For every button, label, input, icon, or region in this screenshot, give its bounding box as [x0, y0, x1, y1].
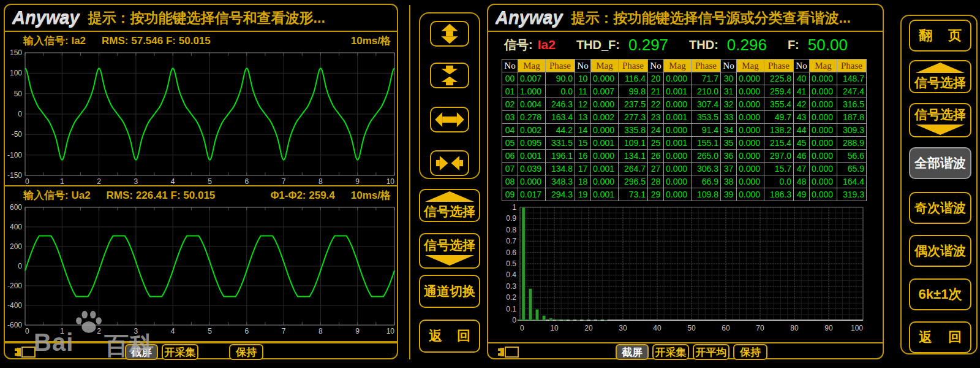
- harmonic-phase-cell: 164.4: [837, 175, 867, 188]
- harmonic-mag-cell: 0.007: [518, 72, 546, 85]
- svg-text:200: 200: [10, 242, 22, 251]
- harmonic-phase-cell: 306.3: [692, 163, 721, 175]
- harmonic-no-cell: 24: [648, 124, 664, 137]
- sixk-plus-minus-one-button[interactable]: 6k±1次: [909, 278, 971, 310]
- even-harmonics-button[interactable]: 偶次谐波: [909, 235, 971, 267]
- svg-text:7: 7: [282, 327, 286, 335]
- table-header-cell: Mag: [737, 59, 764, 72]
- harmonic-mag-cell: 0.002: [518, 124, 546, 137]
- svg-text:100: 100: [10, 69, 22, 77]
- harmonic-no-cell: 06: [502, 150, 518, 163]
- ch2-freq-label: F:: [171, 190, 181, 202]
- harmonic-phase-cell: 15.7: [764, 163, 794, 175]
- harmonic-mag-cell: 0.039: [518, 163, 546, 175]
- harmonic-mag-cell: 0.000: [737, 137, 764, 150]
- signal-select-down-button[interactable]: 信号选择: [419, 233, 480, 269]
- harmonics-signal-select-down-button[interactable]: 信号选择: [909, 103, 971, 137]
- svg-text:4: 4: [171, 177, 175, 186]
- svg-text:-200: -200: [7, 282, 22, 290]
- harmonic-no-cell: 45: [794, 137, 810, 150]
- harmonic-phase-cell: 44.2: [546, 124, 575, 137]
- all-harmonics-button[interactable]: 全部谐波: [909, 147, 971, 179]
- table-row: 000.00790.0100.000116.4200.00071.7300.00…: [502, 72, 867, 85]
- harmonic-mag-cell: 0.000: [810, 85, 837, 98]
- right-average-button[interactable]: 开平均: [693, 344, 729, 360]
- harmonic-no-cell: 38: [721, 175, 737, 188]
- harmonic-mag-cell: 0.000: [664, 163, 692, 175]
- right-start-acquire-button[interactable]: 开采集: [652, 344, 689, 360]
- harmonic-phase-cell: 355.4: [764, 98, 794, 111]
- harmonic-mag-cell: 0.007: [591, 85, 619, 98]
- harmonic-mag-cell: 0.000: [810, 137, 837, 150]
- harmonic-no-cell: 26: [648, 150, 664, 163]
- harmonic-phase-cell: 215.4: [764, 137, 794, 150]
- harmonic-phase-cell: 56.6: [837, 150, 867, 163]
- scale-expand-horizontal-button[interactable]: [430, 107, 469, 132]
- voltage-scope: 输入信号: Ua2 RMS: 226.41 F: 50.015 Φ1-Φ2: 2…: [5, 186, 397, 342]
- signal-select-up-button[interactable]: 信号选择: [419, 189, 480, 222]
- svg-text:0: 0: [18, 110, 22, 118]
- harmonic-no-cell: 13: [575, 111, 591, 124]
- left-hold-button[interactable]: 保持: [229, 344, 263, 360]
- right-hold-button[interactable]: 保持: [733, 344, 767, 360]
- harmonic-no-cell: 10: [575, 72, 591, 85]
- harmonic-no-cell: 35: [721, 137, 737, 150]
- harmonic-phase-cell: 247.4: [837, 85, 867, 98]
- harmonic-no-cell: 46: [794, 150, 810, 163]
- harmonic-mag-cell: 0.000: [737, 111, 764, 124]
- svg-text:3: 3: [134, 177, 138, 186]
- scale-compress-vertical-button[interactable]: [430, 63, 469, 88]
- harmonic-mag-cell: 0.000: [737, 98, 764, 111]
- back-button-right[interactable]: 返回: [909, 321, 971, 353]
- harmonic-no-cell: 17: [575, 163, 591, 175]
- svg-text:1: 1: [60, 177, 64, 186]
- svg-text:-600: -600: [7, 321, 22, 329]
- harmonic-mag-cell: 0.000: [591, 175, 619, 188]
- svg-text:0: 0: [520, 324, 524, 332]
- harmonic-phase-cell: 91.4: [692, 124, 721, 137]
- harmonic-mag-cell: 0.000: [664, 175, 692, 188]
- harmonic-phase-cell: 148.7: [837, 72, 867, 85]
- table-header-cell: Phase: [764, 59, 794, 72]
- table-header-cell: Mag: [518, 59, 546, 72]
- harmonic-no-cell: 44: [794, 124, 810, 137]
- signal-value: Ia2: [538, 37, 556, 52]
- freq-label: F:: [788, 38, 799, 52]
- harmonic-phase-cell: 225.8: [764, 72, 794, 85]
- triangle-down-icon: [425, 255, 474, 266]
- table-row: 040.00244.2140.000335.8240.00091.4340.00…: [502, 124, 867, 137]
- harmonic-phase-cell: 65.9: [837, 163, 867, 175]
- harmonic-no-cell: 47: [794, 163, 810, 175]
- svg-text:7: 7: [282, 177, 286, 186]
- thdf-label: THD_F:: [576, 38, 620, 52]
- back-button-left[interactable]: 返回: [419, 320, 480, 353]
- harmonic-mag-cell: 0.000: [810, 124, 837, 137]
- table-header-cell: Phase: [619, 59, 648, 72]
- compress-horizontal-icon: [434, 153, 466, 174]
- signal-label: 信号:: [504, 37, 533, 53]
- right-screenshot-button[interactable]: 截屏: [616, 344, 649, 360]
- odd-harmonics-button[interactable]: 奇次谐波: [909, 192, 971, 224]
- page-turn-button[interactable]: 翻页: [909, 20, 971, 52]
- harmonic-mag-cell: 0.278: [518, 111, 546, 124]
- harmonic-no-cell: 16: [575, 150, 591, 163]
- harmonic-mag-cell: 0.001: [664, 111, 692, 124]
- harmonic-mag-cell: 0.000: [518, 175, 546, 188]
- triangle-down-icon: [916, 125, 965, 135]
- waveform-panel: Anyway 提示：按功能键选择信号和查看波形... 输入信号: Ia2 RMS…: [4, 4, 398, 359]
- scale-compress-horizontal-button[interactable]: [430, 150, 469, 176]
- svg-text:0: 0: [512, 316, 516, 324]
- harmonic-phase-cell: 237.5: [619, 98, 648, 111]
- harmonics-signal-select-up-button[interactable]: 信号选择: [909, 60, 971, 93]
- svg-text:9: 9: [355, 327, 360, 335]
- svg-text:10: 10: [550, 324, 559, 332]
- channel-switch-button[interactable]: 通道切换: [419, 275, 480, 308]
- ch1-freq-value: 50.015: [179, 35, 211, 47]
- harmonic-no-cell: 34: [721, 124, 737, 137]
- scale-expand-vertical-button[interactable]: [430, 21, 469, 47]
- current-scope: 输入信号: Ia2 RMS: 57.546 F: 50.015 10ms/格 1…: [5, 32, 397, 186]
- left-start-acquire-button[interactable]: 开采集: [162, 344, 198, 360]
- harmonic-no-cell: 07: [502, 163, 518, 175]
- harmonic-mag-cell: 0.001: [664, 137, 692, 150]
- harmonic-no-cell: 31: [721, 85, 737, 98]
